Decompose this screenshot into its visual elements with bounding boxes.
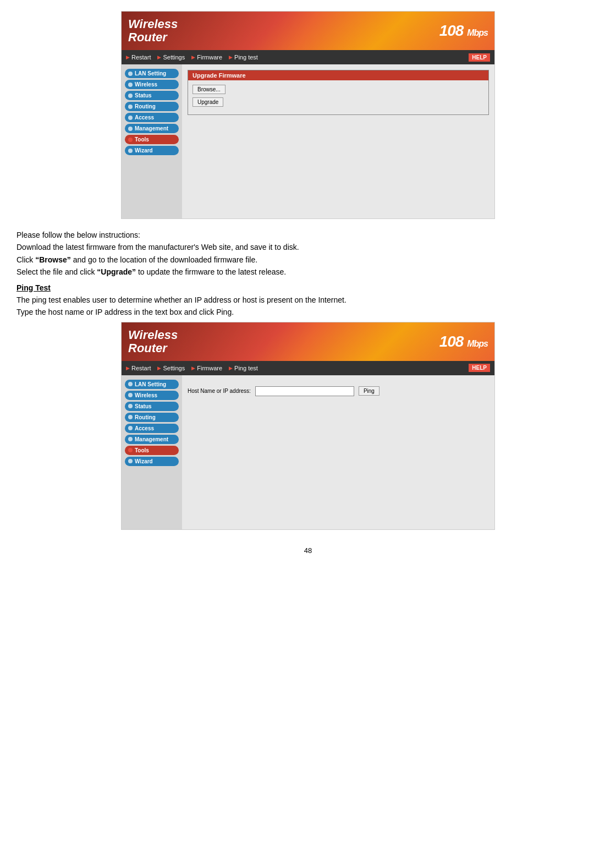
upgrade-button-1[interactable]: Upgrade: [193, 97, 223, 107]
nav-firmware-1[interactable]: ▶ Firmware: [191, 54, 222, 61]
nav-help-1[interactable]: HELP: [469, 53, 490, 62]
page-number: 48: [16, 546, 600, 555]
sidebar-wizard-1[interactable]: Wizard: [125, 146, 179, 155]
ping-heading: Ping Test: [16, 282, 600, 294]
router-body-1: LAN Setting Wireless Status Routing Acce…: [122, 64, 494, 218]
nav-restart-2[interactable]: ▶ Restart: [126, 365, 151, 371]
upgrade-button-row: Upgrade: [193, 97, 484, 107]
instruction-line-4: Select the file and click “Upgrade” to u…: [16, 266, 600, 278]
sidebar-wizard-2[interactable]: Wizard: [125, 457, 179, 466]
router-content-2: Host Name or IP address: Ping: [182, 375, 494, 529]
nav-ping-1[interactable]: ▶ Ping test: [229, 54, 258, 61]
sidebar-routing-2[interactable]: Routing: [125, 413, 179, 422]
sidebar-routing-1[interactable]: Routing: [125, 102, 179, 111]
nav-settings-1[interactable]: ▶ Settings: [157, 54, 185, 61]
router-sidebar-2: LAN Setting Wireless Status Routing Acce…: [122, 375, 182, 529]
router-header-2: Wireless Router 108 Mbps: [122, 322, 494, 361]
screenshot-1: Wireless Router 108 Mbps ▶ Restart ▶ Set…: [121, 11, 495, 219]
router-logo-2: Wireless Router: [128, 329, 178, 355]
sidebar-management-1[interactable]: Management: [125, 124, 179, 133]
ping-input[interactable]: [255, 386, 354, 396]
nav-firmware-2[interactable]: ▶ Firmware: [191, 365, 222, 371]
upgrade-firmware-title: Upgrade Firmware: [188, 70, 488, 80]
upgrade-browse-row: Browse...: [193, 85, 484, 94]
router-logo-1: Wireless Router: [128, 18, 178, 44]
sidebar-status-2[interactable]: Status: [125, 402, 179, 411]
sidebar-access-2[interactable]: Access: [125, 424, 179, 433]
router-nav-1: ▶ Restart ▶ Settings ▶ Firmware ▶ Ping t…: [122, 50, 494, 64]
router-nav-2: ▶ Restart ▶ Settings ▶ Firmware ▶ Ping t…: [122, 361, 494, 375]
sidebar-status-1[interactable]: Status: [125, 91, 179, 100]
sidebar-wireless-1[interactable]: Wireless: [125, 80, 179, 89]
router-speed-1: 108 Mbps: [439, 22, 488, 40]
instruction-line-3: Click “Browse” and go to the location of…: [16, 254, 600, 266]
instruction-line-1: Please follow the below instructions:: [16, 229, 600, 241]
ping-label: Host Name or IP address:: [188, 388, 251, 394]
router-body-2: LAN Setting Wireless Status Routing Acce…: [122, 375, 494, 529]
instructions-block: Please follow the below instructions: Do…: [16, 229, 600, 278]
ping-test-block: Ping Test The ping test enables user to …: [16, 282, 600, 319]
ping-line-2: Type the host name or IP address in the …: [16, 306, 600, 318]
router-sidebar-1: LAN Setting Wireless Status Routing Acce…: [122, 64, 182, 218]
sidebar-management-2[interactable]: Management: [125, 435, 179, 444]
screenshot-2: Wireless Router 108 Mbps ▶ Restart ▶ Set…: [121, 322, 495, 530]
router-speed-2: 108 Mbps: [439, 333, 488, 351]
nav-help-2[interactable]: HELP: [469, 364, 490, 372]
browse-button-1[interactable]: Browse...: [193, 85, 226, 94]
sidebar-tools-1[interactable]: Tools: [125, 135, 179, 144]
nav-settings-2[interactable]: ▶ Settings: [157, 365, 185, 371]
sidebar-lan-2[interactable]: LAN Setting: [125, 380, 179, 389]
sidebar-lan-1[interactable]: LAN Setting: [125, 69, 179, 78]
ping-button[interactable]: Ping: [359, 386, 380, 396]
nav-restart-1[interactable]: ▶ Restart: [126, 54, 151, 61]
upgrade-firmware-section: Upgrade Firmware Browse... Upgrade: [188, 70, 489, 115]
nav-ping-2[interactable]: ▶ Ping test: [229, 365, 258, 371]
instruction-line-2: Download the latest firmware from the ma…: [16, 241, 600, 253]
router-content-1: Upgrade Firmware Browse... Upgrade: [182, 64, 494, 218]
sidebar-access-1[interactable]: Access: [125, 113, 179, 122]
sidebar-wireless-2[interactable]: Wireless: [125, 391, 179, 400]
sidebar-tools-2[interactable]: Tools: [125, 446, 179, 455]
router-header-1: Wireless Router 108 Mbps: [122, 12, 494, 50]
ping-line-1: The ping test enables user to determine …: [16, 294, 600, 306]
ping-test-row: Host Name or IP address: Ping: [188, 381, 489, 402]
